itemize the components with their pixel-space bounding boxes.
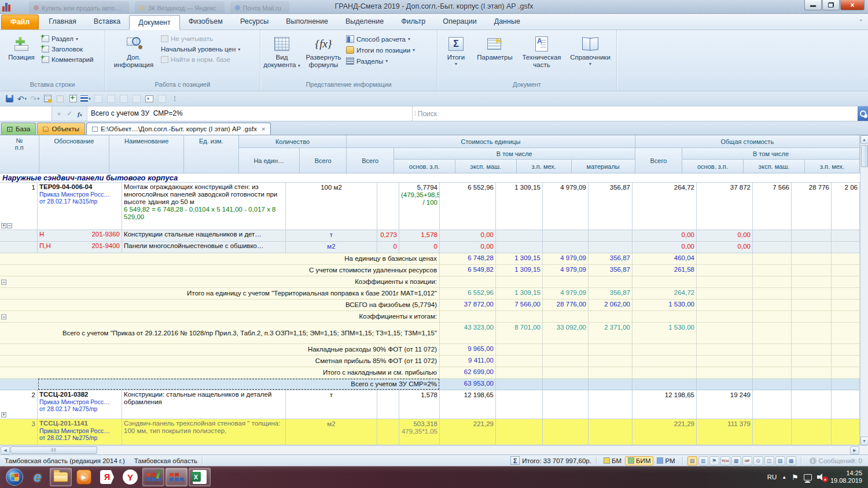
taskbar-ie-icon[interactable]: e <box>27 468 49 486</box>
collapse-icon[interactable]: − <box>7 223 12 228</box>
section-row[interactable]: Наружные сэндвич-панели бытового корпуса <box>0 173 860 183</box>
insert-section-button[interactable]: Раздел▾ <box>42 35 93 42</box>
taskbar-excel-icon[interactable] <box>189 468 211 486</box>
ribbon-tab-Вставка[interactable]: Вставка <box>85 14 129 29</box>
status-tsn-icon[interactable]: ТСН <box>720 456 730 465</box>
tab-base[interactable]: База <box>1 123 36 135</box>
insert-heading-button[interactable]: Заголовок <box>42 46 93 53</box>
table-row[interactable]: Накладные расходы 90% ФОТ (от 11 072)9 9… <box>0 344 860 356</box>
status-split-icon[interactable]: ▥ <box>698 456 708 465</box>
ribbon-tab-Физобъем[interactable]: Физобъем <box>180 14 231 29</box>
insert-position-button[interactable]: Позиция <box>2 32 41 81</box>
search-button[interactable] <box>858 106 868 121</box>
hidden-icons-chevron[interactable]: ▲ <box>782 475 786 480</box>
ribbon-tab-Данные[interactable]: Данные <box>486 14 529 29</box>
table-row[interactable]: Коэффициенты к итогам:− <box>0 311 860 323</box>
sections-button[interactable]: Разделы▾ <box>346 57 415 65</box>
ribbon-tab-Выделение[interactable]: Выделение <box>337 14 392 29</box>
tab-objects[interactable]: Объекты <box>37 123 84 135</box>
slot-icon[interactable] <box>131 93 142 105</box>
status-calc-icon[interactable]: ▩ <box>786 456 796 465</box>
ministry-order-link[interactable]: от 28.02.17 №275/пр <box>39 434 120 441</box>
slot-icon[interactable] <box>93 93 104 105</box>
expand-formulas-button[interactable]: {fx} Развернуть формулы <box>302 32 345 81</box>
table-row[interactable]: Сметная прибыль 85% ФОТ (от 11 072)9 411… <box>0 356 860 367</box>
ribbon-tab-Главная[interactable]: Главная <box>40 14 85 29</box>
formula-input[interactable]: Всего с учетом ЗУ СМР=2% <box>87 106 412 121</box>
references-button[interactable]: Справочники▾ <box>567 32 613 81</box>
ribbon-tab-Операции[interactable]: Операции <box>434 14 485 29</box>
action-center-flag-icon[interactable]: ⚑ <box>792 473 799 482</box>
horizontal-scroll-thumb[interactable]: ⦀⦀ <box>10 446 97 454</box>
expand-icon[interactable]: + <box>1 412 6 417</box>
insert-comment-button[interactable]: Комментарий <box>42 56 93 63</box>
table-row[interactable]: 3ТССЦ-201-1141Приказ Минстроя Росс…от 28… <box>0 419 860 445</box>
slot-icon[interactable] <box>118 93 130 105</box>
cancel-icon[interactable]: × <box>54 110 64 117</box>
close-tab-icon[interactable]: × <box>262 125 265 132</box>
preview-icon[interactable] <box>144 93 155 105</box>
status-nr-icon[interactable]: НР <box>742 456 752 465</box>
taskbar-yb-icon[interactable]: Y <box>119 468 141 486</box>
base-price-level-button[interactable]: Начальный уровень цен▾ <box>161 46 240 53</box>
close-button[interactable]: × <box>840 0 865 10</box>
status-res-icon[interactable]: ▦ <box>731 456 741 465</box>
slot-icon[interactable] <box>156 93 168 105</box>
table-icon[interactable] <box>42 93 53 105</box>
restore-button[interactable] <box>822 0 840 10</box>
language-indicator[interactable]: RU <box>767 474 777 480</box>
tab-estimate-file[interactable]: Е:\Объект…\Доп.согл.-Быт. корпус (I этап… <box>86 123 271 135</box>
scroll-up-icon[interactable]: ▲ <box>860 135 868 144</box>
table-row[interactable]: 2ТССЦ-201-0382Приказ Минстроя Росс…от 28… <box>0 390 860 419</box>
extra-info-button[interactable]: Доп. информация <box>108 32 160 81</box>
ribbon-tab-Выполнение[interactable]: Выполнение <box>277 14 337 29</box>
ribbon-tab-Фильтр[interactable]: Фильтр <box>392 14 434 29</box>
technical-part-button[interactable]: A Техническая часть <box>517 32 566 81</box>
table-row[interactable]: Коэффициенты к позиции:− <box>0 276 860 288</box>
table-row[interactable]: С учетом стоимости удаленных ресурсов6 5… <box>0 265 860 276</box>
list-icon[interactable]: ▾ <box>80 93 91 105</box>
confirm-icon[interactable]: ✓ <box>65 110 74 117</box>
slot-icon[interactable] <box>105 93 117 105</box>
table-row[interactable]: Всего с учетом "Приказ от 29.12.2016 № 1… <box>0 323 860 344</box>
name-box[interactable] <box>0 106 52 121</box>
taskbar-grand-icon[interactable] <box>165 468 187 486</box>
clock[interactable]: 14:25 19.08.2019 <box>830 469 862 485</box>
position-totals-button[interactable]: Итоги по позиции▾ <box>346 46 415 54</box>
parameters-button[interactable]: Параметры <box>473 32 516 81</box>
undo-icon[interactable]: ▾ <box>16 93 28 105</box>
mode-toggle-РМ[interactable]: РМ <box>654 457 677 465</box>
horizontal-scrollbar[interactable]: ◀ ⦀⦀ ▶ <box>0 445 868 454</box>
messages-indicator[interactable]: iСообщений: 0 <box>806 457 866 464</box>
table-row[interactable]: Н201-9360Конструкции стальные нащельнико… <box>0 230 860 242</box>
taskbar-grand-pen-icon[interactable] <box>142 468 164 486</box>
scroll-down-icon[interactable]: ▼ <box>860 437 868 445</box>
ribbon-tab-Файл[interactable]: Файл <box>1 14 39 29</box>
save-icon[interactable] <box>3 93 15 105</box>
ministry-order-link[interactable]: от 28.02.17 №315/пр <box>39 198 120 205</box>
redo-icon[interactable]: ▾ <box>29 93 41 105</box>
mode-toggle-БМ[interactable]: БМ <box>601 457 624 465</box>
table-row[interactable]: Итого с накладными и см. прибылью62 699,… <box>0 367 860 379</box>
ribbon-tab-Документ[interactable]: Документ <box>129 15 179 30</box>
expand-icon[interactable]: + <box>1 223 6 228</box>
not-counted-button[interactable]: Не учитывать <box>161 35 240 42</box>
ministry-order-link[interactable]: Приказ Минстроя Росс… <box>39 427 120 434</box>
status-zoom-icon[interactable]: ⊙ <box>753 456 763 465</box>
search-input[interactable]: ⁞ Поиск <box>412 106 858 121</box>
stamp-icon[interactable] <box>54 93 66 105</box>
taskbar-folder-icon[interactable] <box>50 468 72 486</box>
table-row[interactable]: Итого на единицу с учетом "Территориальн… <box>0 288 860 300</box>
more-icon[interactable] <box>169 93 181 105</box>
table-row[interactable]: Всего с учетом ЗУ СМР=2%63 953,00 <box>0 379 860 390</box>
calc-method-button[interactable]: Способ расчета▾ <box>346 35 415 43</box>
search-handle[interactable]: ⁞ <box>413 110 418 117</box>
collapse-icon[interactable]: − <box>1 280 6 285</box>
plus-icon[interactable] <box>67 93 79 105</box>
ministry-order-link[interactable]: от 28.02.17 №275/пр <box>39 405 120 412</box>
status-coins-icon[interactable]: ◫ <box>764 456 774 465</box>
fx-icon[interactable]: fx <box>75 110 84 117</box>
taskbar-start-icon[interactable] <box>3 468 25 486</box>
document-view-button[interactable]: Вид документа ▾ <box>263 32 301 81</box>
scroll-left-icon[interactable]: ◀ <box>1 446 10 454</box>
